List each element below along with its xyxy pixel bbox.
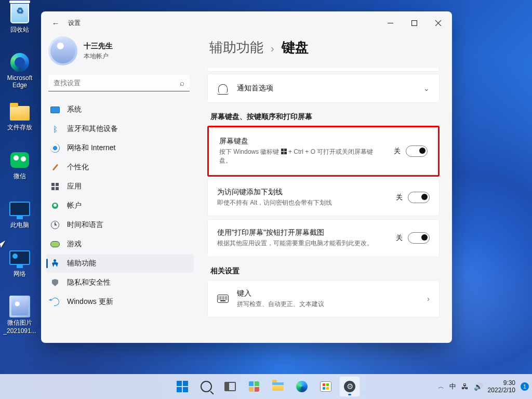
nav-accessibility[interactable]: 辅助功能 xyxy=(46,254,194,273)
personalization-icon xyxy=(51,164,59,171)
tray-overflow-icon[interactable]: ︿ xyxy=(438,382,444,391)
card-title: 使用"打印屏幕"按钮打开屏幕截图 xyxy=(217,228,388,237)
card-notification-prefs[interactable]: 通知首选项 ⌄ xyxy=(207,74,440,103)
profile-name: 十三先生 xyxy=(84,42,113,51)
desktop-icon-this-pc[interactable]: 此电脑 xyxy=(0,198,39,241)
card-sub: 拼写检查、自动更正、文本建议 xyxy=(237,300,419,309)
card-prev-cutoff xyxy=(207,68,440,72)
nav-system[interactable]: 系统 xyxy=(46,100,194,119)
network-icon xyxy=(9,250,30,265)
highlight-box: 屏幕键盘 按下 Windows 徽标键 + Ctrl + O 可打开或关闭屏幕键… xyxy=(207,126,440,177)
tray-notification-badge[interactable]: 1 xyxy=(521,382,529,391)
tray-clock[interactable]: 9:30 2022/2/10 xyxy=(488,379,515,394)
toggle-onscreen-keyboard[interactable] xyxy=(406,145,428,157)
tray-ime[interactable]: 中 xyxy=(449,382,456,391)
taskbar-start[interactable] xyxy=(172,376,193,397)
desktop-icon-network[interactable]: 网络 xyxy=(0,247,39,290)
nav-label: 系统 xyxy=(67,105,82,114)
taskbar-edge[interactable] xyxy=(291,376,312,397)
tray-network-icon[interactable]: 🖧 xyxy=(461,382,469,391)
toggle-state-label: 关 xyxy=(394,147,401,156)
nav-label: 时间和语言 xyxy=(67,220,103,230)
file-explorer-icon xyxy=(272,382,284,391)
nav-windows-update[interactable]: Windows 更新 xyxy=(46,292,194,311)
tray-volume-icon[interactable]: 🔊 xyxy=(474,382,483,391)
taskbar-widgets[interactable] xyxy=(244,376,264,397)
card-underline-access-keys[interactable]: 为访问键添加下划线 即使不持有 Alt，访问密钥也会带有下划线 关 xyxy=(207,179,440,216)
edge-icon xyxy=(10,53,29,72)
section-header-osk: 屏幕键盘、按键顺序和打印屏幕 xyxy=(210,112,440,122)
card-sub: 按下 Windows 徽标键 + Ctrl + O 可打开或关闭屏幕键盘。 xyxy=(219,148,385,166)
accounts-icon xyxy=(52,203,58,209)
card-title: 为访问键添加下划线 xyxy=(217,188,388,197)
nav-gaming[interactable]: 游戏 xyxy=(46,235,194,254)
desktop-icons: 回收站 Microsoft Edge 文件存放 微信 此电脑 网络 微信图片_2… xyxy=(0,0,42,345)
toggle-underline[interactable] xyxy=(408,192,430,203)
widgets-icon xyxy=(249,381,259,392)
time-icon xyxy=(51,221,59,229)
titlebar[interactable]: ← 设置 xyxy=(41,11,452,34)
minimize-button[interactable] xyxy=(378,15,402,31)
taskbar-taskview[interactable] xyxy=(220,376,241,397)
toggle-state-label: 关 xyxy=(396,193,403,202)
gear-icon xyxy=(344,381,355,392)
section-header-related: 相关设置 xyxy=(210,267,440,276)
nav-network[interactable]: 网络和 Internet xyxy=(46,139,194,157)
wechat-icon xyxy=(10,152,29,168)
update-icon xyxy=(49,296,61,308)
keyboard-icon xyxy=(217,293,229,304)
maximize-button[interactable] xyxy=(402,15,426,31)
toggle-state-label: 关 xyxy=(396,233,403,243)
card-print-screen[interactable]: 使用"打印屏幕"按钮打开屏幕截图 根据其他应用设置，可能需要重启电脑才能看到此更… xyxy=(207,219,440,257)
window-title: 设置 xyxy=(68,19,81,28)
taskbar-explorer[interactable] xyxy=(268,376,288,397)
this-pc-icon xyxy=(9,202,30,216)
content-pane[interactable]: 辅助功能 › 键盘 通知首选项 ⌄ 屏幕键盘、按键顺序和打印屏幕 屏幕键盘 xyxy=(202,34,452,343)
system-tray[interactable]: ︿ 中 🖧 🔊 9:30 2022/2/10 1 xyxy=(438,379,529,394)
search-input[interactable] xyxy=(48,75,190,91)
windows-start-icon xyxy=(177,381,188,392)
card-onscreen-keyboard[interactable]: 屏幕键盘 按下 Windows 徽标键 + Ctrl + O 可打开或关闭屏幕键… xyxy=(209,128,437,175)
nav-privacy[interactable]: 隐私和安全性 xyxy=(46,273,194,292)
toggle-print-screen[interactable] xyxy=(408,232,430,244)
recycle-bin-icon xyxy=(10,4,29,23)
desktop-icon-label: 此电脑 xyxy=(10,221,29,230)
card-sub: 根据其他应用设置，可能需要重启电脑才能看到此更改。 xyxy=(217,239,388,248)
nav-label: 网络和 Internet xyxy=(67,143,115,153)
tray-date: 2022/2/10 xyxy=(488,387,515,394)
nav-time-language[interactable]: 时间和语言 xyxy=(46,216,194,234)
desktop-icon-image[interactable]: 微信图片_2021091... xyxy=(0,296,39,339)
taskbar[interactable]: ︿ 中 🖧 🔊 9:30 2022/2/10 1 xyxy=(0,374,532,399)
desktop-icon-wechat[interactable]: 微信 xyxy=(0,150,39,192)
system-icon xyxy=(50,107,60,113)
taskbar-search[interactable] xyxy=(196,376,217,397)
nav-bluetooth[interactable]: ᛒ蓝牙和其他设备 xyxy=(46,119,194,138)
card-typing[interactable]: 键入 拼写检查、自动更正、文本建议 › xyxy=(207,280,440,317)
back-button[interactable]: ← xyxy=(48,16,63,30)
taskbar-settings[interactable] xyxy=(339,376,360,397)
nav-personalization[interactable]: 个性化 xyxy=(46,158,194,177)
close-button[interactable] xyxy=(426,15,450,31)
nav-accounts[interactable]: 帐户 xyxy=(46,196,194,215)
desktop-icon-folder[interactable]: 文件存放 xyxy=(0,101,39,143)
breadcrumb-parent[interactable]: 辅助功能 xyxy=(209,38,263,57)
card-title: 键入 xyxy=(237,289,419,298)
task-view-icon xyxy=(224,382,236,391)
desktop-icon-recycle-bin[interactable]: 回收站 xyxy=(0,3,39,46)
nav-apps[interactable]: 应用 xyxy=(46,177,194,196)
nav-label: 帐户 xyxy=(67,201,82,210)
nav-list: 系统 ᛒ蓝牙和其他设备 网络和 Internet 个性化 应用 帐户 时间和语言… xyxy=(41,99,197,343)
search-box[interactable]: ⌕ xyxy=(48,75,190,91)
desktop-icon-edge[interactable]: Microsoft Edge xyxy=(0,52,39,95)
bell-icon xyxy=(217,83,229,94)
desktop-icon-label: 网络 xyxy=(14,270,26,278)
desktop-icon-label: Microsoft Edge xyxy=(0,74,39,89)
sidebar: 十三先生 本地帐户 ⌕ 系统 ᛒ蓝牙和其他设备 网络和 Internet 个性化… xyxy=(41,34,202,343)
apps-icon xyxy=(51,183,59,190)
nav-label: Windows 更新 xyxy=(67,297,113,307)
settings-window: ← 设置 十三先生 本地帐户 ⌕ 系统 ᛒ蓝牙和其他设备 网络和 Interne… xyxy=(41,11,452,343)
taskbar-store[interactable] xyxy=(315,376,336,397)
profile-block[interactable]: 十三先生 本地帐户 xyxy=(41,34,197,74)
search-icon: ⌕ xyxy=(180,78,184,87)
breadcrumb-sep: › xyxy=(271,43,274,55)
